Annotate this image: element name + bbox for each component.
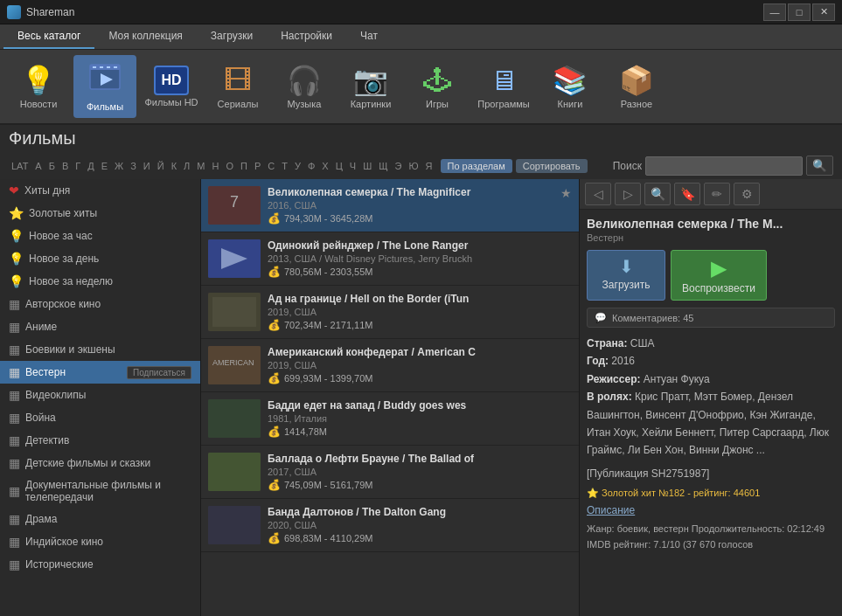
cat-music[interactable]: 🎧 Музыка [273, 55, 336, 118]
list-item[interactable]: Бадди едет на запад / Buddy goes wes 198… [201, 392, 579, 446]
cat-apps[interactable]: 🖥 Программы [472, 55, 535, 118]
alpha-Я[interactable]: Я [423, 160, 435, 172]
cat-misc[interactable]: 📦 Разное [605, 55, 668, 118]
cat-books[interactable]: 📚 Книги [539, 55, 602, 118]
search-button[interactable]: 🔍 [806, 156, 833, 176]
tab-settings[interactable]: Настройки [267, 24, 346, 49]
alpha-Л[interactable]: Л [181, 160, 192, 172]
sidebar-item-golden[interactable]: ⭐ Золотые хиты [0, 202, 200, 225]
sidebar-item-kids[interactable]: ▦ Детские фильмы и сказки [0, 452, 200, 474]
alpha-А[interactable]: А [32, 160, 44, 172]
list-item[interactable]: 7 Великолепная семерка / The Magnificer … [201, 179, 579, 232]
svg-rect-5 [114, 66, 117, 68]
content-size: 💰 794,30M - 3645,28M [268, 212, 553, 225]
alpha-Й[interactable]: Й [155, 160, 167, 172]
alpha-Д[interactable]: Д [85, 160, 96, 172]
sidebar-item-video[interactable]: ▦ Видеоклипы [0, 384, 200, 406]
detail-back-button[interactable]: ◁ [585, 183, 611, 205]
sidebar-item-detective[interactable]: ▦ Детектив [0, 429, 200, 452]
sidebar-item-new-week[interactable]: 💡 Новое за неделю [0, 270, 200, 293]
list-item[interactable]: Ад на границе / Hell on the Border (iTun… [201, 286, 579, 339]
alpha-И[interactable]: И [141, 160, 153, 172]
sidebar-item-author[interactable]: ▦ Авторское кино [0, 293, 200, 315]
sidebar-item-hits[interactable]: ❤ Хиты дня [0, 179, 200, 202]
detail-search-button[interactable]: 🔍 [644, 183, 671, 205]
list-item[interactable]: Банда Далтонов / The Dalton Gang 2020, С… [201, 499, 579, 552]
sidebar-item-docs[interactable]: ▦ Документальные фильмы и телепередачи [0, 474, 200, 508]
alpha-М[interactable]: М [194, 160, 207, 172]
alpha-К[interactable]: К [169, 160, 179, 172]
sidebar-item-war[interactable]: ▦ Война [0, 406, 200, 429]
grid-icon5: ▦ [9, 388, 20, 402]
sidebar-item-action[interactable]: ▦ Боевики и экшены [0, 338, 200, 361]
search-input[interactable] [645, 156, 803, 176]
description-link[interactable]: Описание [587, 504, 835, 516]
content-info: Бадди едет на запад / Buddy goes wes 198… [268, 399, 572, 438]
detail-forward-button[interactable]: ▷ [615, 183, 641, 205]
detail-bookmark-button[interactable]: 🔖 [674, 183, 700, 205]
alpha-П[interactable]: П [238, 160, 250, 172]
alpha-З[interactable]: З [128, 160, 139, 172]
close-button[interactable]: ✕ [812, 3, 835, 21]
sidebar-item-label: Индийское кино [25, 536, 103, 548]
main-layout: ❤ Хиты дня ⭐ Золотые хиты 💡 Новое за час… [0, 179, 842, 616]
page-title: Фильмы [9, 128, 833, 149]
maximize-button[interactable]: □ [788, 3, 811, 21]
alpha-Е[interactable]: Е [99, 160, 110, 172]
comment-icon: 💬 [595, 312, 607, 323]
sidebar-item-indian[interactable]: ▦ Индийское кино [0, 530, 200, 553]
alpha-Б[interactable]: Б [46, 160, 58, 172]
list-item[interactable]: Баллада о Лефти Брауне / The Ballad of 2… [201, 446, 579, 499]
alpha-Т[interactable]: Т [279, 160, 290, 172]
content-thumbnail [208, 506, 261, 544]
cat-news[interactable]: 💡 Новости [7, 55, 70, 118]
minimize-button[interactable]: — [763, 3, 786, 21]
coin-icon: 💰 [268, 212, 281, 225]
cat-games[interactable]: 🕹 Игры [406, 55, 469, 118]
detail-edit-button[interactable]: ✏ [704, 183, 730, 205]
tab-chat[interactable]: Чат [346, 24, 392, 49]
alpha-Р[interactable]: Р [252, 160, 263, 172]
alpha-Ф[interactable]: Ф [305, 160, 317, 172]
alpha-Ц[interactable]: Ц [333, 160, 345, 172]
alpha-LAT[interactable]: LAT [9, 160, 31, 172]
download-button[interactable]: ⬇ Загрузить [587, 250, 665, 301]
cat-films[interactable]: Фильмы [73, 55, 136, 118]
alpha-Ч[interactable]: Ч [347, 160, 358, 172]
tab-collection[interactable]: Моя коллекция [94, 24, 196, 49]
tab-downloads[interactable]: Загрузки [197, 24, 267, 49]
app-title: Shareman [26, 6, 74, 18]
detail-settings-button[interactable]: ⚙ [734, 183, 760, 205]
alpha-Ж[interactable]: Ж [112, 160, 126, 172]
news-icon: 💡 [21, 64, 56, 97]
sort-button[interactable]: Сортировать [516, 159, 588, 173]
alpha-Э[interactable]: Э [393, 160, 405, 172]
alpha-Щ[interactable]: Щ [376, 160, 390, 172]
alpha-Г[interactable]: Г [73, 160, 83, 172]
list-item[interactable]: AMERICAN Американский конфедерат / Ameri… [201, 339, 579, 392]
sidebar-item-anime[interactable]: ▦ Аниме [0, 315, 200, 338]
subscribe-button[interactable]: Подписаться [127, 366, 191, 379]
tab-catalog[interactable]: Весь каталог [3, 24, 94, 49]
alpha-О[interactable]: О [223, 160, 236, 172]
sidebar-item-historic[interactable]: ▦ Исторические [0, 553, 200, 576]
by-section-button[interactable]: По разделам [441, 159, 512, 173]
alpha-Ю[interactable]: Ю [406, 160, 421, 172]
content-thumbnail [208, 239, 261, 278]
alpha-В[interactable]: В [59, 160, 71, 172]
alpha-Х[interactable]: Х [319, 160, 331, 172]
sidebar-item-new-day[interactable]: 💡 Новое за день [0, 247, 200, 270]
sidebar-item-western[interactable]: ▦ Вестерн Подписаться [0, 361, 200, 384]
sidebar-item-drama[interactable]: ▦ Драма [0, 508, 200, 530]
favorite-icon[interactable]: ★ [560, 186, 572, 200]
play-button[interactable]: ▶ Воспроизвести [671, 250, 767, 301]
alpha-У[interactable]: У [292, 160, 303, 172]
cat-photos[interactable]: 📷 Картинки [339, 55, 402, 118]
list-item[interactable]: Одинокий рейнджер / The Lone Ranger 2013… [201, 232, 579, 286]
cat-hd[interactable]: HD Фильмы HD [140, 55, 203, 118]
alpha-С[interactable]: С [265, 160, 277, 172]
cat-series[interactable]: 🎞 Сериалы [206, 55, 269, 118]
sidebar-item-new-hour[interactable]: 💡 Новое за час [0, 225, 200, 247]
alpha-Ш[interactable]: Ш [360, 160, 374, 172]
alpha-Н[interactable]: Н [209, 160, 221, 172]
